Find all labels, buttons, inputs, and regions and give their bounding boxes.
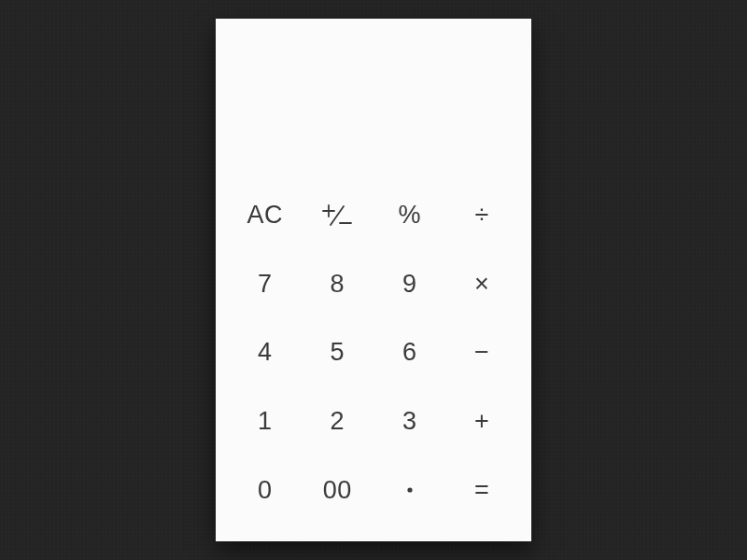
multiply-button[interactable]: ×	[446, 250, 519, 319]
digit-9-button[interactable]: 9	[374, 250, 446, 319]
plus-minus-icon	[321, 203, 353, 229]
calculator-display	[216, 19, 531, 181]
plus-button[interactable]: +	[446, 387, 519, 456]
decimal-button[interactable]	[374, 455, 446, 525]
digit-0-button[interactable]: 0	[229, 455, 302, 525]
digit-4-button[interactable]: 4	[229, 318, 302, 387]
equals-button[interactable]: =	[446, 455, 519, 525]
digit-1-button[interactable]: 1	[229, 387, 302, 456]
clear-button[interactable]: AC	[229, 181, 302, 250]
divide-button[interactable]: ÷	[446, 181, 519, 250]
minus-button[interactable]: −	[446, 318, 519, 387]
svg-point-4	[407, 488, 412, 493]
svg-line-2	[331, 206, 344, 225]
calculator-keypad: AC % ÷ 7 8 9 × 4 5 6 − 1 2 3 + 0 00	[216, 181, 531, 541]
calculator-panel: AC % ÷ 7 8 9 × 4 5 6 − 1 2 3 + 0 00	[216, 19, 531, 541]
digit-6-button[interactable]: 6	[374, 318, 446, 387]
percent-button[interactable]: %	[374, 181, 446, 250]
dot-icon	[405, 485, 415, 495]
digit-2-button[interactable]: 2	[302, 387, 374, 456]
digit-7-button[interactable]: 7	[229, 250, 302, 319]
digit-5-button[interactable]: 5	[302, 318, 374, 387]
digit-3-button[interactable]: 3	[374, 387, 446, 456]
sign-toggle-button[interactable]	[302, 181, 374, 250]
digit-8-button[interactable]: 8	[302, 250, 374, 319]
digit-00-button[interactable]: 00	[302, 455, 374, 525]
